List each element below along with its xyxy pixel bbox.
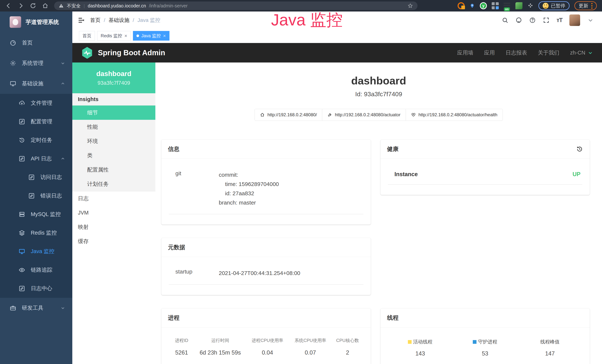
app-logo[interactable]: 芋道管理系统: [0, 11, 72, 33]
sba-item-environment[interactable]: 环境: [72, 134, 155, 148]
sidebar-item-api-logs[interactable]: API 日志: [0, 150, 72, 168]
sba-item-logs[interactable]: 日志: [72, 191, 155, 206]
github-icon[interactable]: [516, 17, 522, 23]
health-instance-row[interactable]: Instance UP: [388, 165, 582, 184]
tab-java-monitor[interactable]: Java 监控 ×: [133, 31, 170, 41]
live-threads-value: 143: [388, 350, 453, 357]
threads-card-title: 线程: [387, 314, 399, 322]
info-git-row: git commit: time: 1596289704000 id: 27aa…: [169, 165, 363, 214]
extensions-puzzle-icon[interactable]: [527, 3, 534, 9]
browser-home-icon[interactable]: [42, 2, 49, 9]
sba-item-jvm[interactable]: JVM: [72, 206, 155, 220]
extension-list-icon[interactable]: on: [504, 2, 511, 9]
process-col-uptime: 运行时间: [194, 337, 246, 343]
daemon-threads-legend-icon: [473, 340, 476, 344]
sidebar-item-home[interactable]: 首页: [0, 33, 72, 53]
sba-nav-applications[interactable]: 应用: [484, 49, 495, 57]
sba-instance-header[interactable]: dashboard 93a3fc7f7409: [72, 63, 155, 93]
sba-nav: 应用墙 应用 日志报表 关于我们 zh-CN: [457, 49, 593, 57]
browser-reload-icon[interactable]: [30, 2, 36, 9]
history-icon: [19, 137, 25, 143]
sba-content: dashboard Id: 93a3fc7f7409 http://192.16…: [155, 63, 602, 364]
breadcrumb: 首页 / 基础设施 / Java 监控: [90, 17, 160, 24]
peak-threads-label: 线程峰值: [540, 339, 559, 345]
heartbeat-icon: [411, 112, 416, 117]
paused-badge[interactable]: 已暂停: [538, 1, 570, 10]
sba-locale-select[interactable]: zh-CN: [570, 50, 593, 56]
extension-pin-icon[interactable]: [469, 2, 475, 9]
sba-nav-about[interactable]: 关于我们: [538, 49, 559, 57]
sidebar-item-log-center[interactable]: 日志中心: [0, 279, 72, 298]
bookmark-star-icon[interactable]: [408, 3, 413, 9]
sba-item-caches[interactable]: 缓存: [72, 234, 155, 248]
home-icon: [260, 112, 265, 117]
extension-grid-icon[interactable]: [492, 2, 499, 9]
tab-home[interactable]: 首页: [79, 31, 95, 41]
sidebar-item-infrastructure[interactable]: 基础设施: [0, 74, 72, 94]
git-time-line: time: 1596289704000: [219, 180, 363, 189]
sidebar-item-redis-monitor[interactable]: Redis 监控: [0, 224, 72, 242]
extension-y-icon[interactable]: y: [480, 2, 487, 9]
browser-back-icon[interactable]: [5, 2, 12, 9]
sidebar-item-file-mgmt[interactable]: 文件管理: [0, 94, 72, 112]
sidebar-item-cron-jobs[interactable]: 定时任务: [0, 131, 72, 150]
metadata-card: 元数据 startup 2021-04-27T00:44:31.254+08:0…: [161, 238, 371, 295]
sba-item-scheduled-tasks[interactable]: 计划任务: [72, 177, 155, 191]
health-history-icon[interactable]: [576, 146, 583, 153]
sba-nav-journal[interactable]: 日志报表: [505, 49, 527, 57]
process-col-cores: CPU核心数: [332, 337, 363, 343]
sba-item-details[interactable]: 细节: [72, 106, 155, 120]
sba-brand[interactable]: Spring Boot Admin: [98, 49, 165, 57]
fullscreen-icon[interactable]: [543, 17, 549, 23]
health-url-button[interactable]: http://192.168.0.2:48080/actuator/health: [406, 109, 503, 121]
health-card: 健康 Instance UP: [380, 140, 590, 195]
eye-icon: [19, 267, 25, 273]
app-sidebar: 芋道管理系统 首页 系统管理 基础设施 文件管理 配置管理 定时任务 API 日…: [0, 11, 72, 364]
sba-insights-group: 细节 性能 环境 类 配置属性 计划任务: [72, 106, 155, 191]
avatar-caret-icon[interactable]: [587, 17, 594, 23]
close-icon[interactable]: ×: [163, 33, 166, 38]
sba-item-performance[interactable]: 性能: [72, 120, 155, 134]
font-size-icon[interactable]: тT: [557, 17, 562, 23]
address-bar[interactable]: 不安全 | dashboard.yudao.iocoder.cn/infra/a…: [54, 1, 418, 10]
sba-nav-wallboard[interactable]: 应用墙: [457, 49, 473, 57]
threads-legend: 活动线程 守护进程 线程峰值 143 53 147: [388, 334, 582, 357]
sba-item-classes[interactable]: 类: [72, 148, 155, 163]
info-card: 信息 git commit: time: 1596289704000 id: 2…: [161, 140, 371, 225]
update-button[interactable]: 更新: [574, 1, 597, 10]
sidebar-item-trace[interactable]: 链路追踪: [0, 261, 72, 279]
browser-menu-icon[interactable]: [591, 3, 592, 9]
metadata-card-title: 元数据: [168, 244, 185, 251]
breadcrumb-infra[interactable]: 基础设施: [109, 17, 129, 24]
process-col-pid: 进程ID: [169, 337, 194, 343]
help-icon[interactable]: [529, 17, 536, 23]
git-branch-line: branch: master: [219, 198, 363, 207]
close-icon[interactable]: ×: [124, 33, 127, 38]
daemon-threads-label: 守护进程: [478, 339, 497, 345]
sba-item-mappings[interactable]: 映射: [72, 220, 155, 234]
sidebar-item-error-logs[interactable]: 错误日志: [0, 187, 72, 205]
tab-redis-monitor[interactable]: Redis 监控 ×: [97, 31, 131, 41]
sba-navbar: Spring Boot Admin 应用墙 应用 日志报表 关于我们 zh-CN: [72, 43, 602, 63]
hamburger-icon[interactable]: [77, 17, 85, 24]
extension-colab-icon[interactable]: [458, 2, 465, 9]
search-icon[interactable]: [502, 17, 508, 23]
app-logo-image: [10, 16, 21, 28]
sba-sidebar: dashboard 93a3fc7f7409 Insights 细节 性能 环境…: [72, 63, 155, 364]
sidebar-item-config-mgmt[interactable]: 配置管理: [0, 112, 72, 131]
sidebar-item-mysql-monitor[interactable]: MySQL 监控: [0, 205, 72, 224]
sidebar-item-system-mgmt[interactable]: 系统管理: [0, 53, 72, 74]
avatar[interactable]: [569, 14, 580, 26]
layers-icon: [19, 230, 25, 236]
active-tab-dot: [137, 34, 139, 37]
extension-leaf-icon[interactable]: [516, 2, 522, 9]
sidebar-item-dev-tools[interactable]: 研发工具: [0, 298, 72, 318]
sidebar-item-java-monitor[interactable]: Java 监控: [0, 242, 72, 261]
sidebar-item-access-logs[interactable]: 访问日志: [0, 168, 72, 187]
service-url-button[interactable]: http://192.168.0.2:48080/: [255, 109, 322, 121]
browser-forward-icon[interactable]: [17, 2, 24, 9]
sba-item-config-props[interactable]: 配置属性: [72, 163, 155, 177]
actuator-url-button[interactable]: http://192.168.0.2:48080/actuator: [322, 109, 406, 121]
log-icon: [19, 285, 25, 292]
breadcrumb-home[interactable]: 首页: [90, 17, 100, 24]
